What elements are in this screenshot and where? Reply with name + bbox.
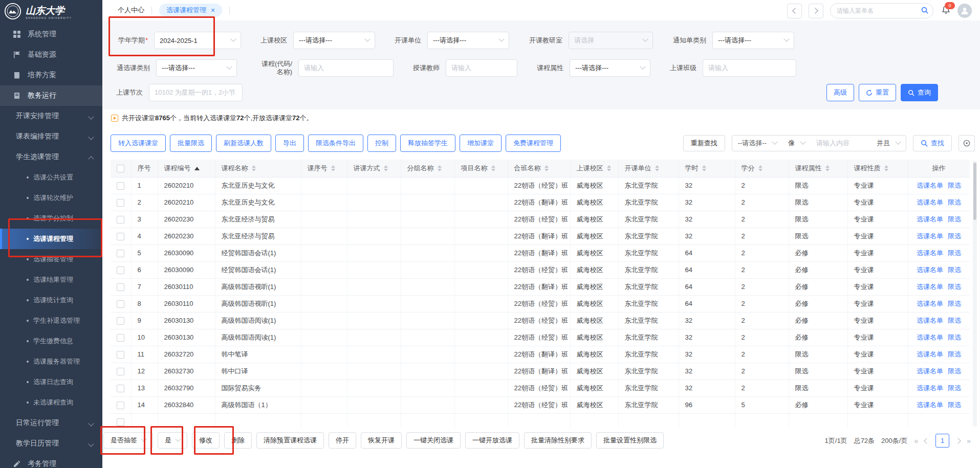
sidebar-item-12[interactable]: 选课结果管理 [0,270,102,290]
toolbar-button-8[interactable]: 免费课程管理 [506,135,561,152]
column-header-5[interactable]: 讲课方式 [347,160,401,177]
query-button[interactable]: 查询 [901,84,938,101]
row-checkbox[interactable] [117,402,124,409]
sidebar-item-13[interactable]: 选课统计查询 [0,290,102,310]
toolbar-button-0[interactable]: 转入选课课堂 [111,135,166,152]
nav-prev-button[interactable] [787,4,802,18]
lottery-value-select[interactable]: 是 [158,432,187,449]
column-header-13[interactable]: 课程属性 [789,160,847,177]
limit-link[interactable]: 限选 [948,232,961,240]
sort-icon[interactable] [702,165,706,171]
limit-link[interactable]: 限选 [948,401,961,409]
roster-link[interactable]: 选课名单 [917,384,943,392]
roster-link[interactable]: 选课名单 [917,401,943,409]
toolbar-button-3[interactable]: 导出 [275,135,304,152]
column-header-2[interactable]: 课程编号 [158,160,215,177]
notifications-button[interactable]: 0 [941,5,951,17]
sort-icon[interactable] [545,165,549,171]
find-button[interactable]: 查找 [913,135,952,151]
sidebar-item-11[interactable]: 选课抽签管理 [0,249,102,270]
sidebar-item-5[interactable]: 课表编排管理 [0,126,102,147]
sort-icon[interactable] [758,165,763,171]
sort-icon[interactable] [607,165,611,171]
sort-icon[interactable] [194,167,200,170]
staffroom-select[interactable]: 请选择 [569,32,653,49]
sort-icon[interactable] [655,165,659,171]
row-checkbox[interactable] [117,300,124,308]
limit-link[interactable]: 限选 [948,350,961,358]
toolbar-button-1[interactable]: 批量限选 [170,135,212,152]
column-header-12[interactable]: 学分 [735,160,789,177]
sidebar-item-17[interactable]: 选课日志查询 [0,372,102,392]
roster-link[interactable]: 选课名单 [917,367,943,375]
limit-link[interactable]: 限选 [948,300,961,307]
toolbar-button-2[interactable]: 刷新选课人数 [216,135,271,152]
column-header-6[interactable]: 分组名称 [401,160,454,177]
sidebar-item-3[interactable]: 教务运行 [0,85,102,106]
row-checkbox[interactable] [117,233,124,240]
vertical-scrollbar[interactable] [973,161,977,427]
roster-link[interactable]: 选课名单 [917,317,943,324]
sidebar-item-14[interactable]: 学生补退选管理 [0,310,102,331]
column-header-3[interactable]: 课程名称 [215,160,301,177]
toolbar-button-7[interactable]: 增加课堂 [460,135,502,152]
term-select[interactable]: 2024-2025-1 [154,32,241,49]
first-page-button[interactable]: « [914,437,918,445]
sidebar-item-21[interactable]: 考务管理 [0,454,102,468]
column-settings-button[interactable] [959,135,975,151]
sidebar-item-8[interactable]: 选课轮次维护 [0,188,102,208]
row-checkbox[interactable] [117,250,124,257]
footer-button-7[interactable]: 批量清除性别要求 [524,432,592,449]
reset-button[interactable]: 重置 [859,84,896,101]
class-input[interactable]: 请输入 [703,59,796,77]
sort-icon[interactable] [491,165,495,171]
footer-button-3[interactable]: 停开 [329,432,356,449]
row-checkbox[interactable] [117,182,124,190]
sort-icon[interactable] [884,165,888,171]
column-header-4[interactable]: 课序号 [301,160,347,177]
sidebar-item-20[interactable]: 教学日历管理 [0,433,102,454]
limit-link[interactable]: 限选 [948,182,961,189]
notice-type-select[interactable]: ---请选择--- [712,32,794,49]
row-checkbox[interactable] [117,368,124,375]
limit-link[interactable]: 限选 [948,283,961,291]
limit-link[interactable]: 限选 [948,249,961,257]
limit-link[interactable]: 限选 [948,384,961,392]
toolbar-button-5[interactable]: 控制 [367,135,396,152]
nav-next-button[interactable] [809,4,823,18]
select-all-checkbox[interactable] [117,165,124,172]
advanced-button[interactable]: 高级 [826,84,854,101]
sidebar-item-1[interactable]: 基础资源 [0,44,102,65]
lottery-select[interactable]: 是否抽签 [103,432,153,449]
row-checkbox[interactable] [117,317,124,325]
sidebar-item-6[interactable]: 学生选课管理 [0,147,102,167]
sidebar-item-19[interactable]: 日常运行管理 [0,413,102,433]
roster-link[interactable]: 选课名单 [917,333,943,341]
roster-link[interactable]: 选课名单 [917,232,943,240]
limit-link[interactable]: 限选 [948,215,961,223]
sidebar-item-10[interactable]: 选课课程管理 [0,229,102,249]
find-content-input[interactable]: 请输入内容 [811,139,871,148]
roster-link[interactable]: 选课名单 [917,266,943,274]
teacher-input[interactable]: 请输入 [446,59,517,77]
roster-link[interactable]: 选课名单 [917,300,943,307]
campus-select[interactable]: ---请选择--- [293,32,375,49]
roster-link[interactable]: 选课名单 [917,350,943,358]
sidebar-item-0[interactable]: 系统管理 [0,24,102,44]
toolbar-button-4[interactable]: 限选条件导出 [308,135,363,152]
sidebar-item-16[interactable]: 选课服务器管理 [0,351,102,372]
column-header-11[interactable]: 学时 [679,160,735,177]
limit-link[interactable]: 限选 [948,198,961,206]
find-field-select[interactable]: --请选择-- [732,139,782,148]
row-checkbox[interactable] [117,334,124,342]
unit-select[interactable]: ---请选择--- [427,32,509,49]
roster-link[interactable]: 选课名单 [917,283,943,291]
row-checkbox[interactable] [117,283,124,291]
column-header-8[interactable]: 合班名称 [508,160,570,177]
footer-button-5[interactable]: 一键关闭选课 [406,432,461,449]
next-page-button[interactable] [955,438,961,443]
footer-button-1[interactable]: 删除 [224,432,252,449]
row-checkbox[interactable] [117,351,124,359]
menu-search-input[interactable] [830,3,933,18]
tab-personal-center[interactable]: 个人中心 [118,6,144,15]
